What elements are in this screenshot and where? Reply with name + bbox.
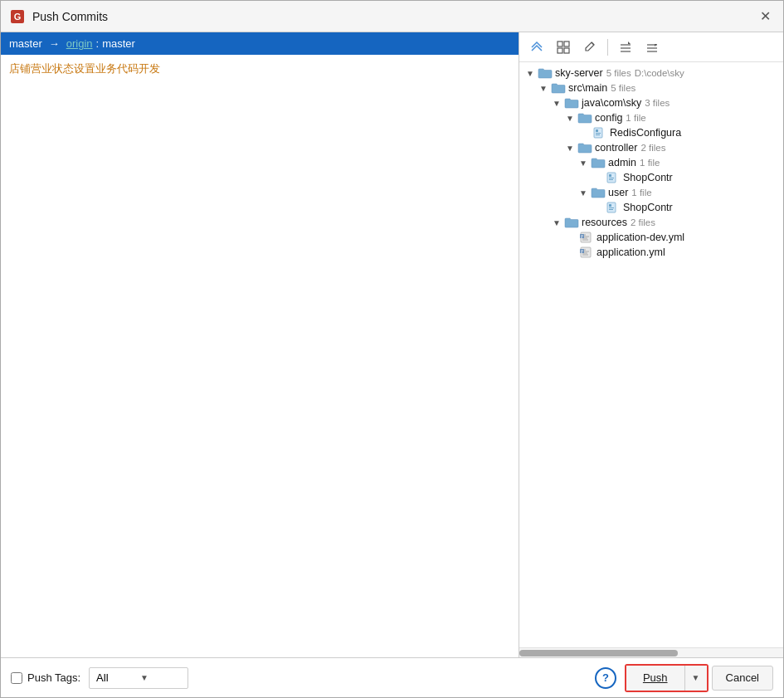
expand-all-button[interactable] (526, 37, 548, 58)
push-tags-label: Push Tags: (27, 671, 80, 684)
chevron-sky-server: ▼ (526, 69, 538, 78)
node-meta-controller: 2 files (640, 143, 665, 153)
node-name-redisconfig: RedisConfigura (610, 127, 681, 139)
tree-node-sky-server[interactable]: ▼ sky-server 5 files D:\code\sky (519, 66, 783, 81)
push-commits-dialog: G Push Commits ✕ master → origin : maste… (0, 0, 784, 698)
edit-button[interactable] (579, 37, 601, 58)
svg-rect-17 (609, 174, 611, 177)
folder-icon-controller (577, 142, 592, 154)
colon: : (96, 37, 100, 50)
tree-node-resources[interactable]: ▼ resources 2 files (519, 215, 783, 230)
dialog-icon: G (9, 8, 26, 25)
push-button[interactable]: Push (626, 666, 685, 691)
dropdown-arrow-icon: ▼ (140, 673, 181, 682)
file-tree-toolbar (519, 32, 783, 62)
svg-rect-18 (609, 178, 614, 178)
title-bar: G Push Commits ✕ (1, 1, 783, 32)
tree-node-srcmain[interactable]: ▼ src\main 5 files (519, 81, 783, 95)
node-meta-srcmain: 5 files (611, 83, 635, 93)
close-button[interactable]: ✕ (755, 7, 775, 27)
push-button-wrapper: Push ▼ (625, 664, 709, 692)
node-meta-user: 1 file (631, 188, 651, 198)
tree-node-config[interactable]: ▼ config 1 file (519, 110, 783, 125)
remote-branch: master (102, 37, 135, 50)
svg-rect-2 (558, 41, 562, 46)
svg-text:G: G (14, 12, 22, 22)
node-meta-config: 1 file (626, 113, 645, 123)
push-dropdown-button[interactable]: ▼ (685, 666, 707, 691)
node-meta-resources: 2 files (631, 217, 655, 227)
file-icon-shopcontr-user (606, 202, 621, 213)
local-branch: master (9, 37, 42, 50)
help-button[interactable]: ? (595, 667, 616, 689)
node-name-admin: admin (608, 157, 636, 168)
chevron-controller: ▼ (566, 144, 577, 153)
svg-rect-15 (596, 134, 600, 135)
bottom-bar: Push Tags: All ▼ ? Push ▼ Cancel (1, 657, 783, 697)
node-name-config: config (595, 112, 622, 124)
chevron-resources: ▼ (553, 218, 564, 227)
push-tags-section: Push Tags: (11, 671, 80, 684)
view-toggle-button[interactable] (553, 37, 574, 58)
tree-node-appyml[interactable]: ▼ application.yml (519, 245, 783, 260)
collapse-button[interactable] (615, 37, 636, 58)
tree-node-javacomsky[interactable]: ▼ java\com\sky 3 files (519, 95, 783, 110)
node-name-controller: controller (595, 142, 637, 154)
title-bar-left: G Push Commits (9, 8, 108, 25)
tree-node-shopcontr-admin[interactable]: ▼ ShopContr (519, 170, 783, 185)
node-name-resources: resources (582, 217, 627, 228)
commit-item[interactable]: 店铺营业状态设置业务代码开发 (1, 58, 519, 80)
svg-rect-5 (564, 48, 569, 53)
svg-rect-3 (564, 41, 569, 46)
svg-rect-14 (596, 133, 601, 134)
folder-icon-srcmain (551, 82, 566, 94)
folder-icon-javacomsky (564, 97, 579, 109)
node-name-appyml: application.yml (597, 246, 665, 258)
left-panel: master → origin : master 店铺营业状态设置业务代码开发 (1, 32, 519, 657)
node-name-shopcontr-admin: ShopContr (623, 172, 673, 183)
tree-node-redisconfig[interactable]: ▼ RedisConfigura (519, 125, 783, 140)
node-name-user: user (608, 187, 628, 198)
action-buttons: Push ▼ Cancel (625, 664, 773, 692)
node-meta-admin: 1 file (640, 158, 660, 168)
svg-rect-4 (558, 48, 562, 53)
svg-rect-13 (596, 129, 598, 132)
folder-icon-admin (591, 157, 606, 168)
dialog-title: Push Commits (32, 10, 108, 23)
folder-icon-user (591, 187, 606, 198)
node-name-srcmain: src\main (568, 82, 607, 94)
file-icon-shopcontr-admin (606, 172, 621, 183)
toolbar-separator (607, 39, 608, 56)
expand-button[interactable] (641, 37, 663, 58)
node-meta-sky-server: 5 files (606, 68, 631, 78)
node-name-appdevyml: application-dev.yml (597, 232, 684, 243)
tree-node-appdevyml[interactable]: ▼ application-dev.yml (519, 230, 783, 245)
tree-node-user[interactable]: ▼ user 1 file (519, 185, 783, 200)
node-name-shopcontr-user: ShopContr (623, 202, 673, 213)
cancel-button[interactable]: Cancel (712, 666, 773, 691)
commit-message: 店铺营业状态设置业务代码开发 (9, 62, 160, 75)
right-panel: ▼ sky-server 5 files D:\code\sky ▼ (519, 32, 783, 657)
horizontal-scrollbar[interactable] (519, 647, 783, 657)
tree-node-shopcontr-user[interactable]: ▼ ShopContr (519, 200, 783, 215)
tags-dropdown[interactable]: All ▼ (89, 667, 188, 689)
svg-rect-19 (609, 179, 613, 180)
node-name-sky-server: sky-server (555, 67, 603, 79)
tree-node-admin[interactable]: ▼ admin 1 file (519, 155, 783, 170)
svg-rect-22 (609, 207, 614, 208)
file-tree: ▼ sky-server 5 files D:\code\sky ▼ (519, 62, 783, 647)
folder-icon-sky-server (538, 67, 553, 79)
tree-node-controller[interactable]: ▼ controller 2 files (519, 140, 783, 155)
push-tags-checkbox[interactable] (11, 672, 22, 684)
content-area: master → origin : master 店铺营业状态设置业务代码开发 (1, 32, 783, 657)
file-icon-appdevyml (579, 232, 594, 243)
chevron-config: ▼ (566, 114, 577, 123)
chevron-javacomsky: ▼ (553, 99, 564, 108)
node-path-sky-server: D:\code\sky (635, 68, 684, 78)
remote-name[interactable]: origin (66, 37, 93, 50)
chevron-srcmain: ▼ (539, 84, 551, 93)
tags-dropdown-value: All (96, 671, 137, 684)
file-icon-redisconfig (592, 127, 607, 139)
svg-rect-21 (609, 204, 611, 207)
folder-icon-config (577, 112, 592, 124)
